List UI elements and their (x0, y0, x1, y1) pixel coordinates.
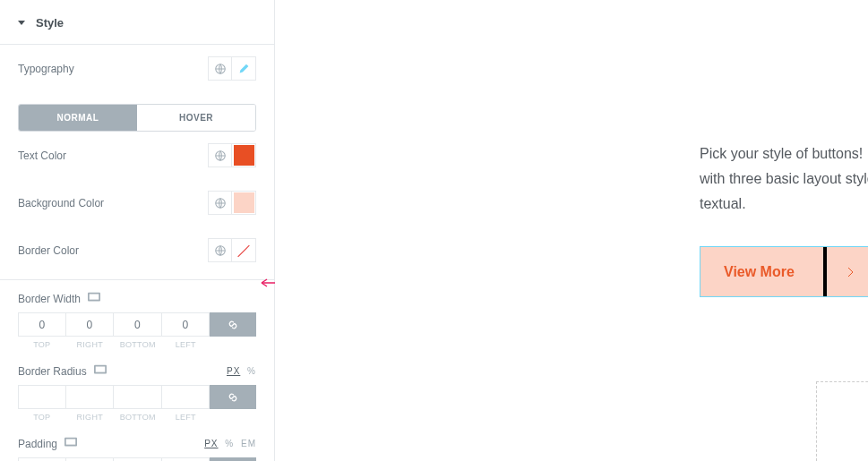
typography-row: Typography (0, 45, 274, 92)
responsive-icon[interactable] (94, 364, 107, 378)
text-color-label: Text Color (18, 149, 66, 162)
background-color-swatch[interactable] (232, 191, 256, 215)
link-values-button[interactable] (210, 312, 256, 337)
none-icon (234, 241, 254, 260)
selected-widget-frame[interactable]: View More (700, 246, 868, 297)
preview-canvas: Pick your style of buttons! Button custo… (275, 0, 868, 461)
tab-hover[interactable]: HOVER (137, 105, 255, 131)
border-color-row: Border Color (0, 226, 274, 274)
border-color-swatch[interactable] (232, 238, 256, 262)
border-radius-block: Border Radius PX % TOP RIGHT BOTTOM LEF (0, 353, 274, 425)
dim-caption-left: LEFT (162, 413, 211, 422)
style-section-header[interactable]: Style (0, 0, 274, 45)
dim-caption-top: TOP (18, 413, 66, 422)
border-color-label: Border Color (18, 244, 79, 257)
dim-caption-right: RIGHT (66, 340, 115, 349)
link-values-button[interactable] (210, 457, 256, 461)
border-width-left-input[interactable] (162, 312, 211, 337)
border-radius-bottom-input[interactable] (114, 385, 162, 409)
svg-rect-7 (95, 367, 105, 372)
border-radius-units: PX % (223, 366, 256, 376)
state-tabs: NORMAL HOVER (18, 104, 256, 132)
globe-icon[interactable] (208, 238, 232, 262)
empty-section-placeholder[interactable] (816, 381, 868, 461)
border-width-label: Border Width (18, 293, 81, 305)
border-width-bottom-input[interactable] (114, 312, 162, 337)
border-radius-left-input[interactable] (162, 385, 211, 409)
link-values-button[interactable] (210, 385, 256, 409)
globe-icon[interactable] (208, 143, 232, 167)
dim-caption-left: LEFT (162, 340, 211, 349)
view-more-button[interactable]: View More (700, 247, 868, 296)
svg-rect-5 (90, 295, 99, 300)
unit-pct[interactable]: % (247, 366, 256, 376)
padding-left-input[interactable] (162, 457, 211, 461)
border-radius-label: Border Radius (18, 365, 87, 378)
button-label: View More (700, 247, 823, 296)
border-width-block: Border Width TOP RIGHT BOTTOM LEFT (0, 280, 274, 353)
preview-paragraph-1: Pick your style of buttons! Button custo… (700, 141, 868, 217)
globe-icon[interactable] (208, 56, 232, 81)
style-panel: Style Typography NORMAL HOVER Text Color (0, 0, 275, 461)
unit-px[interactable]: PX (204, 439, 218, 448)
unit-em[interactable]: EM (241, 439, 256, 448)
unit-pct[interactable]: % (225, 439, 234, 448)
text-color-row: Text Color (0, 132, 274, 179)
dim-caption-bottom: BOTTOM (114, 413, 162, 422)
unit-px[interactable]: PX (227, 366, 240, 376)
button-icon-wrap (827, 247, 868, 296)
border-width-right-input[interactable] (66, 312, 115, 337)
border-radius-right-input[interactable] (66, 385, 115, 409)
border-radius-top-input[interactable] (18, 385, 66, 409)
text-color-swatch[interactable] (232, 143, 256, 167)
padding-block: Padding PX % EM TOP RIGHT BOTTOM (0, 425, 274, 461)
border-width-top-input[interactable] (18, 312, 66, 337)
responsive-icon[interactable] (64, 437, 77, 450)
padding-right-input[interactable] (66, 457, 115, 461)
padding-bottom-input[interactable] (114, 457, 162, 461)
dim-caption-top: TOP (18, 340, 66, 349)
background-color-label: Background Color (18, 197, 104, 209)
responsive-icon[interactable] (88, 292, 100, 305)
padding-label: Padding (18, 438, 57, 450)
typography-label: Typography (18, 63, 74, 75)
dim-caption-bottom: BOTTOM (114, 340, 162, 349)
tab-normal[interactable]: NORMAL (19, 105, 137, 131)
dim-caption-right: RIGHT (66, 413, 115, 422)
section-title: Style (36, 16, 64, 30)
caret-down-icon (18, 21, 25, 25)
padding-units: PX % EM (201, 439, 256, 448)
svg-rect-9 (66, 440, 76, 445)
chevron-right-icon (847, 267, 855, 277)
globe-icon[interactable] (208, 191, 232, 215)
padding-top-input[interactable] (18, 457, 66, 461)
background-color-row: Background Color (0, 179, 274, 226)
edit-pencil-icon[interactable] (232, 56, 256, 81)
